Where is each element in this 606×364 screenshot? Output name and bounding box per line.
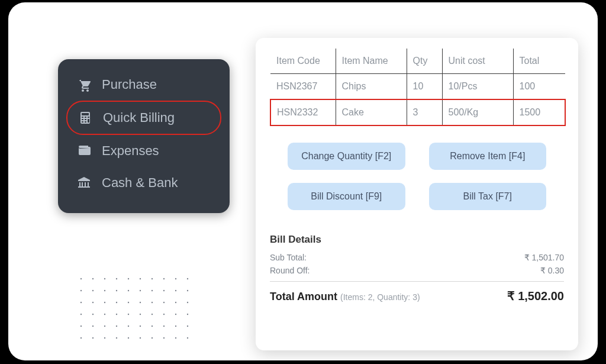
th-total: Total: [513, 49, 565, 74]
sidebar-item-label: Purchase: [102, 77, 157, 92]
svg-point-4: [128, 278, 129, 279]
separator: [270, 281, 564, 282]
bill-discount-button[interactable]: Bill Discount [F9]: [288, 183, 405, 210]
cell-qty: 3: [407, 99, 442, 125]
sidebar: Purchase Quick Billing Expenses Cash & B…: [58, 59, 230, 213]
sub-total-label: Sub Total:: [270, 253, 307, 262]
sub-total-value: ₹ 1,501.70: [524, 253, 564, 262]
sidebar-item-label: Cash & Bank: [102, 175, 178, 191]
table-row[interactable]: HSN2332 Cake 3 500/Kg 1500: [270, 99, 565, 125]
sidebar-item-purchase[interactable]: Purchase: [66, 69, 221, 101]
remove-item-button[interactable]: Remove Item [F4]: [429, 143, 547, 170]
svg-point-9: [187, 278, 188, 279]
cell-name: Cake: [336, 99, 407, 125]
svg-point-8: [175, 278, 176, 279]
sidebar-item-label: Expenses: [102, 143, 159, 159]
sidebar-item-quick-billing[interactable]: Quick Billing: [66, 101, 221, 135]
billing-card: Item Code Item Name Qty Unit cost Total …: [256, 38, 578, 350]
th-item-name: Item Name: [336, 49, 407, 74]
cell-code: HSN2367: [270, 74, 336, 100]
change-quantity-button[interactable]: Change Quantity [F2]: [288, 143, 405, 170]
th-qty: Qty: [407, 49, 442, 74]
action-buttons: Change Quantity [F2] Remove Item [F4] Bi…: [288, 143, 546, 210]
total-amount-value: ₹ 1,502.00: [507, 289, 564, 303]
bill-details: Bill Details Sub Total: ₹ 1,501.70 Round…: [270, 234, 564, 303]
total-amount-label: Total Amount: [270, 291, 337, 302]
th-unit-cost: Unit cost: [442, 49, 513, 74]
sidebar-item-cash-bank[interactable]: Cash & Bank: [66, 167, 221, 199]
wallet-icon: [77, 144, 91, 158]
bill-details-title: Bill Details: [270, 234, 564, 246]
cart-icon: [77, 78, 91, 92]
calculator-icon: [78, 111, 92, 125]
sidebar-item-label: Quick Billing: [103, 110, 175, 125]
cell-code: HSN2332: [270, 99, 336, 125]
cell-name: Chips: [336, 74, 407, 100]
bill-tax-button[interactable]: Bill Tax [F7]: [429, 183, 547, 210]
dot-pattern: [78, 276, 191, 341]
sidebar-item-expenses[interactable]: Expenses: [66, 135, 221, 167]
svg-point-7: [163, 278, 165, 279]
total-amount-sub: (Items: 2, Quantity: 3): [340, 292, 420, 302]
cell-unit: 500/Kg: [442, 99, 513, 125]
svg-point-2: [104, 278, 105, 279]
svg-point-5: [140, 278, 141, 279]
table-header-row: Item Code Item Name Qty Unit cost Total: [270, 49, 565, 74]
svg-point-3: [116, 278, 117, 279]
bank-icon: [77, 176, 91, 190]
svg-point-1: [92, 278, 94, 279]
cell-total: 1500: [513, 99, 565, 125]
round-off-label: Round Off:: [270, 266, 310, 275]
cell-qty: 10: [407, 74, 442, 100]
cell-unit: 10/Pcs: [442, 74, 513, 100]
items-table: Item Code Item Name Qty Unit cost Total …: [270, 49, 566, 126]
round-off-value: ₹ 0.30: [540, 266, 564, 275]
table-row[interactable]: HSN2367 Chips 10 10/Pcs 100: [270, 74, 565, 100]
svg-point-0: [80, 278, 82, 279]
cell-total: 100: [513, 74, 565, 100]
svg-point-6: [152, 278, 153, 279]
th-item-code: Item Code: [270, 49, 336, 74]
